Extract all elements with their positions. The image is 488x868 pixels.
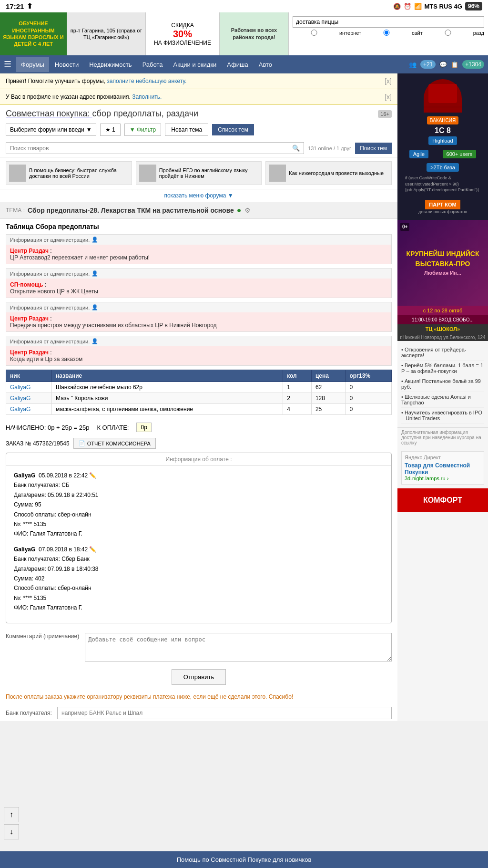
battery: 96% xyxy=(465,2,482,10)
bank-input[interactable] xyxy=(57,707,392,719)
payment-num: №: **** 5135 xyxy=(14,519,384,529)
alarm-icon: ⏰ xyxy=(404,3,411,10)
filter-button[interactable]: ▼ Фильтр xyxy=(124,124,162,136)
chevron-down-icon: ▼ xyxy=(86,126,92,133)
cell-price: 25 xyxy=(311,404,346,415)
admin-block-body: СП-помощь : Открытие нового ЦР в ЖК Цвет… xyxy=(6,279,391,298)
sidebar-list-item[interactable]: • Шелковые одеяла Aonasi и Tangchao xyxy=(401,392,484,408)
carrier: MTS RUS 4G xyxy=(425,3,462,10)
notice1-link[interactable]: заполните небольшую анкету. xyxy=(107,78,186,84)
admin-block: Информация от администрации. 👤 СП-помощь… xyxy=(6,268,392,298)
nav-auto[interactable]: Авто xyxy=(254,57,277,72)
yandex-ad-url[interactable]: 3d-night-lamps.ru › xyxy=(405,475,481,481)
cell-qty: 1 xyxy=(283,382,312,393)
admin-link[interactable]: Центр Раздач xyxy=(10,315,49,322)
submit-button[interactable]: Отправить xyxy=(172,669,226,685)
table-row: GaliyaG маска-салфетка, с протеинами шел… xyxy=(6,404,392,415)
cell-qty: 2 xyxy=(283,393,312,404)
col-price: цена xyxy=(311,370,346,382)
cell-nik[interactable]: GaliyaG xyxy=(6,382,52,393)
nav-forums[interactable]: Форумы xyxy=(16,57,49,72)
promo-item-3[interactable]: Как нижегородцам провести выходные xyxy=(265,161,392,185)
notice2-link[interactable]: Заполнить. xyxy=(132,93,162,100)
payment-datetime: Дата/время: 07.09.18 в 18:40:38 xyxy=(14,564,384,574)
cell-nik[interactable]: GaliyaG xyxy=(6,404,52,415)
radio-internet[interactable] xyxy=(293,30,336,36)
ad-banner-physio[interactable]: СКИДКА 30% НА ФИЗИОЛЕЧЕНИЕ xyxy=(145,12,219,55)
nav-work[interactable]: Работа xyxy=(138,57,168,72)
ad-search-section: интернет сайт разд xyxy=(288,12,488,55)
views-badge: +21 xyxy=(420,60,436,69)
notice1-close[interactable]: [x] xyxy=(385,77,392,85)
cell-price: 128 xyxy=(311,393,346,404)
report-button[interactable]: 📄 ОТЧЕТ КОМИССИОНЕРА xyxy=(73,438,156,449)
payment-info-content: GaliyaG 05.09.2018 в 22:42 ✏️ Банк получ… xyxy=(6,466,391,623)
db-size-badge: >2Tb база xyxy=(427,163,459,172)
topic-gear-icon[interactable]: ⚙ xyxy=(244,207,251,214)
sidebar-list-item[interactable]: • Вернём 5% баллами. 1 балл = 1 Р – за о… xyxy=(401,361,484,376)
ad-banner-row: ОБУЧЕНИЕ ИНОСТРАННЫМ ЯЗЫКАМ ВЗРОСЛЫХ И Д… xyxy=(0,12,488,55)
promo-icon-2 xyxy=(139,165,156,182)
notice1-text: Привет! Помогите улучшить форумы, заполн… xyxy=(6,78,186,84)
sidebar-ad-1c[interactable]: ВАКАНСИЯ 1С 8 Highload Agile 600+ users … xyxy=(397,73,488,220)
admin-block: Информация от администрации. 👤 Центр Раз… xyxy=(6,302,392,332)
search-radio-group: интернет сайт разд xyxy=(293,30,484,36)
admin-link[interactable]: СП-помощь xyxy=(10,281,43,288)
table-section-title: Таблица Сбора предоплаты xyxy=(6,223,392,230)
hamburger-icon[interactable]: ☰ xyxy=(4,59,11,70)
forum-select[interactable]: Выберите форум или введи ▼ xyxy=(6,124,96,136)
payment-sum: Сумма: 402 xyxy=(14,574,384,583)
admin-block-body: Центр Раздач : ЦР Автозавод2 переезжает … xyxy=(6,245,391,264)
site-search-input[interactable] xyxy=(293,16,484,28)
person-icon: 👤 xyxy=(92,338,98,344)
submit-row: Отправить xyxy=(0,665,397,689)
notice2-text: У Вас в профиле не указан адрес проживан… xyxy=(6,93,162,100)
promo-item-2[interactable]: Пробный ЕГЭ по английскому языку пройдёт… xyxy=(136,161,262,185)
yandex-ad-link[interactable]: Товар для Совместной Покупки xyxy=(405,462,481,475)
cell-name: маска-салфетка, с протеинами шелка, омол… xyxy=(52,404,283,415)
star-button[interactable]: ★ 1 xyxy=(100,124,121,136)
code-snippet: if (user.CanWriteCode & user.MotivatedPe… xyxy=(403,173,482,195)
payment-name: ФИО: Галия Талгатовна Г. xyxy=(14,529,384,538)
nav-promo[interactable]: Акции и скидки xyxy=(169,57,222,72)
search-topics-button[interactable]: Поиск тем xyxy=(355,143,392,154)
nav-realty[interactable]: Недвижимость xyxy=(84,57,136,72)
col-org: орг13% xyxy=(346,370,392,382)
cell-org: 0 xyxy=(346,393,392,404)
highload-badge: Highload xyxy=(428,136,457,145)
product-title: 1С 8 xyxy=(403,126,482,135)
show-menu-button[interactable]: показать меню форума ▼ xyxy=(0,189,397,202)
ad-banner-language[interactable]: ОБУЧЕНИЕ ИНОСТРАННЫМ ЯЗЫКАМ ВЗРОСЛЫХ И Д… xyxy=(0,12,67,55)
cell-nik[interactable]: GaliyaG xyxy=(6,393,52,404)
page-title-link[interactable]: Совместная покупка: xyxy=(6,109,92,118)
order-label: ЗАКАЗ № 457362/19545 xyxy=(6,440,70,447)
sidebar-ad-indian[interactable]: 0+ КРУПНЕЙШ ИНДИЙСК ВЫСТАВКА-ПРО Любимая… xyxy=(397,220,488,341)
radio-razdel[interactable] xyxy=(427,30,469,36)
payment-info-box: Информация об оплате : GaliyaG 05.09.201… xyxy=(6,453,392,623)
sidebar-list-item[interactable]: • Научитесь инвестировать в IPO – United… xyxy=(401,408,484,424)
topic-list-button[interactable]: Список тем xyxy=(212,124,254,135)
admin-block: Информация от администрации. 👤 Центр Раз… xyxy=(6,234,392,264)
payment-notice-text: После оплаты заказа укажите организатору… xyxy=(0,689,397,705)
bottom-ad[interactable]: КОМФОРТ xyxy=(397,488,488,512)
new-topic-button[interactable]: Новая тема xyxy=(165,124,208,136)
nav-afisha[interactable]: Афиша xyxy=(222,57,253,72)
comment-textarea[interactable] xyxy=(85,633,392,661)
sidebar-list-item[interactable]: • Откровения от трейдера-эксперта! xyxy=(401,345,484,361)
ad-banner-work[interactable]: Работаем во всех районах города! xyxy=(219,12,288,55)
admin-block-body: Центр Раздач : Передача пристроя между у… xyxy=(6,312,391,331)
admin-link[interactable]: Центр Раздач xyxy=(10,248,49,254)
search-input[interactable] xyxy=(10,145,292,152)
admin-link[interactable]: Центр Раздач xyxy=(10,349,49,356)
nav-news[interactable]: Новости xyxy=(50,57,83,72)
time: 17:21 xyxy=(6,2,24,10)
page-title: Совместная покупка: сбор предоплаты, раз… xyxy=(6,109,198,119)
person-icon: 👤 xyxy=(92,270,98,277)
notice2-close[interactable]: [x] xyxy=(385,93,392,101)
radio-site[interactable] xyxy=(365,30,408,36)
sidebar-list-item[interactable]: • Акция! Постельное бельё за 99 руб. xyxy=(401,376,484,392)
bank-label: Банк получателя: xyxy=(6,710,53,716)
promo-item-1[interactable]: В помощь бизнесу: быстрая служба доставк… xyxy=(6,161,132,185)
online-info: 131 online / 1 друг xyxy=(308,145,351,151)
ad-banner-gagarina[interactable]: пр-т Гагарина, 105 (справа от ТЦ «Гагари… xyxy=(67,12,145,55)
